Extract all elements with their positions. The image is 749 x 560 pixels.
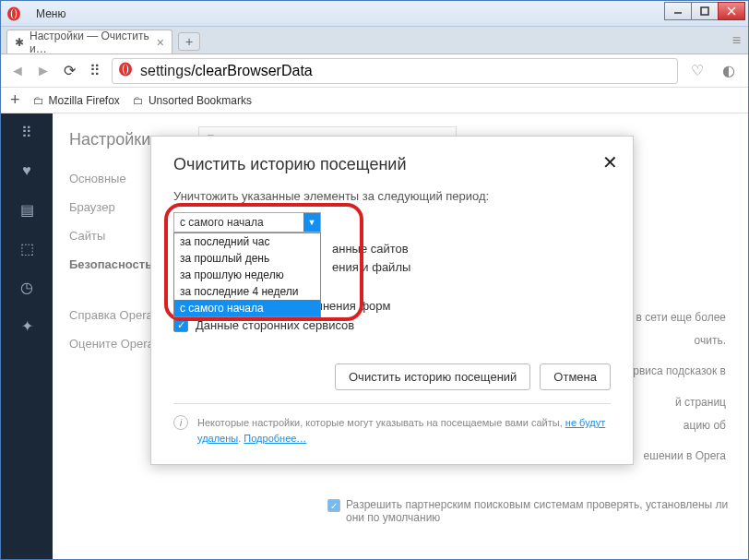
select-value: с самого начала — [180, 216, 264, 229]
chevron-down-icon: ▼ — [303, 213, 320, 232]
dialog-description: Уничтожить указанные элементы за следующ… — [173, 189, 611, 203]
dialog-footer-note: i Некоторые настройки, которые могут ука… — [173, 403, 611, 446]
url-path: /clearBrowserData — [191, 63, 313, 79]
sync-icon[interactable]: ⬚ — [18, 239, 36, 257]
bookmarks-bar: + 🗀Mozilla Firefox 🗀Unsorted Bookmarks — [1, 88, 748, 113]
page-content: ⠿ ♥ ▤ ⬚ ◷ ✦ Настройки Основные Браузер С… — [1, 113, 748, 560]
time-range-select[interactable]: с самого начала ▼ — [173, 212, 321, 232]
reload-button[interactable]: ⟳ — [60, 62, 78, 80]
speed-dial-icon[interactable]: ⠿ — [18, 123, 36, 141]
tab-icon: ✱ — [15, 36, 24, 49]
checkbox-icon: ✓ — [173, 317, 188, 332]
extensions-icon[interactable]: ✦ — [18, 316, 36, 335]
folder-icon: 🗀 — [33, 94, 44, 107]
dropdown-option[interactable]: за прошлую неделю — [174, 267, 320, 283]
check-row[interactable]: ✓Данные сторонних сервисов — [173, 317, 611, 332]
menu-button[interactable]: Меню — [27, 1, 75, 26]
check-row[interactable]: ения и файлы — [332, 260, 611, 274]
news-icon[interactable]: ▤ — [18, 200, 36, 219]
check-label: ения и файлы — [332, 260, 410, 274]
svg-point-9 — [124, 64, 127, 74]
check-row[interactable]: анные сайтов — [332, 242, 611, 256]
footer-link-more[interactable]: Подробнее… — [244, 433, 306, 444]
close-window-button[interactable] — [718, 2, 745, 20]
heart-icon[interactable]: ♡ — [685, 59, 709, 83]
dialog-title: Очистить историю посещений — [173, 155, 611, 174]
opera-o-icon — [118, 62, 133, 80]
tab-close-icon[interactable]: × — [157, 35, 164, 50]
dropdown-option[interactable]: за последние 4 недели — [174, 283, 320, 300]
opera-logo-icon — [1, 1, 27, 27]
address-bar: ◄ ► ⟳ ⠿ settings/clearBrowserData ♡ ◐ — [1, 54, 748, 88]
clear-history-dialog: ✕ Очистить историю посещений Уничтожить … — [150, 136, 634, 465]
footer-text: Некоторые настройки, которые могут указы… — [197, 417, 565, 428]
check-label: Данные сторонних сервисов — [196, 318, 354, 332]
info-icon: i — [173, 415, 188, 430]
dropdown-option-selected[interactable]: с самого начала — [174, 300, 320, 316]
url-field[interactable]: settings/clearBrowserData — [112, 58, 678, 84]
speed-dial-button[interactable]: ⠿ — [86, 62, 104, 80]
bookmark-folder[interactable]: 🗀Unsorted Bookmarks — [133, 94, 252, 107]
extensions-icon[interactable]: ◐ — [717, 59, 741, 83]
forward-button: ► — [34, 62, 53, 80]
maximize-button[interactable] — [691, 2, 719, 20]
history-icon[interactable]: ◷ — [18, 278, 36, 296]
minimize-button[interactable] — [664, 2, 692, 20]
tab-strip: ✱ Настройки — Очистить и… × + ≡ — [1, 27, 748, 54]
dialog-close-button[interactable]: ✕ — [602, 151, 618, 173]
tab-menu-icon[interactable]: ≡ — [732, 32, 741, 49]
tab-title: Настройки — Очистить и… — [30, 30, 149, 55]
back-button[interactable]: ◄ — [8, 62, 27, 80]
dropdown-option[interactable]: за последний час — [174, 233, 320, 250]
window-titlebar: Меню — [1, 1, 748, 27]
left-sidebar: ⠿ ♥ ▤ ⬚ ◷ ✦ — [1, 113, 53, 560]
folder-icon: 🗀 — [133, 94, 144, 107]
bookmark-label: Unsorted Bookmarks — [149, 94, 252, 107]
window-controls — [665, 2, 745, 22]
dropdown-option[interactable]: за прошлый день — [174, 250, 320, 267]
check-label: анные сайтов — [332, 242, 409, 256]
bookmark-folder[interactable]: 🗀Mozilla Firefox — [33, 94, 120, 107]
svg-rect-4 — [701, 7, 708, 15]
new-tab-button[interactable]: + — [178, 32, 200, 51]
dialog-buttons: Очистить историю посещений Отмена — [173, 363, 611, 390]
url-host: settings — [140, 63, 191, 79]
add-bookmark-button[interactable]: + — [10, 90, 20, 110]
cancel-button[interactable]: Отмена — [540, 363, 611, 390]
time-range-dropdown: за последний час за прошлый день за прош… — [173, 232, 321, 317]
tab-settings[interactable]: ✱ Настройки — Очистить и… × — [6, 30, 172, 54]
svg-point-2 — [12, 8, 16, 18]
bookmark-label: Mozilla Firefox — [49, 94, 120, 107]
clear-button[interactable]: Очистить историю посещений — [335, 363, 530, 390]
bookmarks-icon[interactable]: ♥ — [18, 161, 36, 180]
time-range-select-wrap: с самого начала ▼ за последний час за пр… — [173, 212, 611, 232]
